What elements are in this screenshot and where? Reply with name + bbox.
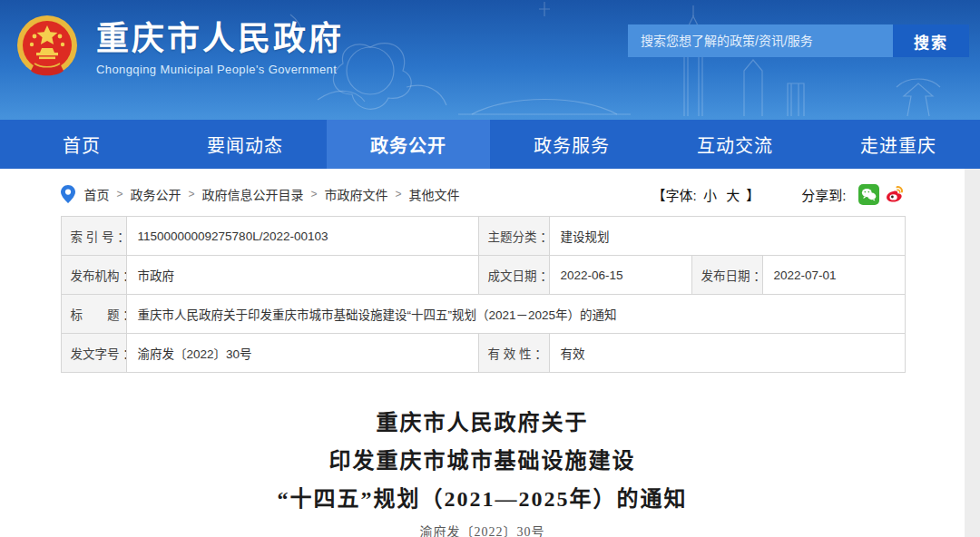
font-size-label-open: 【字体: xyxy=(652,188,697,203)
breadcrumb-separator: > xyxy=(311,188,318,200)
written-date-label: 成文日期 ： xyxy=(478,256,549,295)
written-date-value: 2022-06-15 xyxy=(549,256,691,295)
table-row-title: 标 题 ： 重庆市人民政府关于印发重庆市城市基础设施建设“十四五”规划（2021… xyxy=(61,295,905,334)
site-title: 重庆市人民政府 xyxy=(96,19,344,59)
breadcrumb-separator: > xyxy=(189,188,195,200)
nav-tab-gov-services[interactable]: 政务服务 xyxy=(490,120,653,169)
breadcrumb-separator: > xyxy=(396,188,402,200)
breadcrumb-item-city-gov-docs[interactable]: 市政府文件 xyxy=(325,185,388,203)
doc-number-label: 发文字号 ： xyxy=(61,334,126,373)
breadcrumb: 首页 > 政务公开 > 政府信息公开目录 > 市政府文件 > 其他文件 【字体:… xyxy=(61,180,905,209)
nav-tab-gov-disclosure[interactable]: 政务公开 xyxy=(327,120,490,169)
index-number-value: 11500000009275780L/2022-00103 xyxy=(126,217,478,256)
breadcrumb-item-info-catalog[interactable]: 政府信息公开目录 xyxy=(202,185,304,203)
breadcrumb-item-other-docs[interactable]: 其他文件 xyxy=(409,185,460,203)
main-nav: 首页 要闻动态 政务公开 政务服务 互动交流 走进重庆 xyxy=(0,120,980,169)
nav-tab-news[interactable]: 要闻动态 xyxy=(163,120,327,169)
publish-date-value: 2022-07-01 xyxy=(762,256,905,295)
document-title-line-2: 印发重庆市城市基础设施建设 xyxy=(61,442,905,480)
search-bar: 搜索 xyxy=(628,24,969,57)
publish-date-label: 发布日期 ： xyxy=(691,256,762,295)
document-title-line-3: “十四五”规划（2021—2025年）的通知 xyxy=(61,480,905,518)
document-heading: 重庆市人民政府关于 印发重庆市城市基础设施建设 “十四五”规划（2021—202… xyxy=(61,404,905,537)
font-size-small-button[interactable]: 小 xyxy=(703,188,717,203)
font-size-large-button[interactable]: 大 xyxy=(726,188,740,203)
nav-tab-home[interactable]: 首页 xyxy=(0,120,163,169)
doc-title-value: 重庆市人民政府关于印发重庆市城市基础设施建设“十四五”规划（2021－2025年… xyxy=(126,295,905,334)
doc-title-label: 标 题 ： xyxy=(61,295,126,334)
topic-category-value: 建设规划 xyxy=(549,217,905,256)
document-title-line-1: 重庆市人民政府关于 xyxy=(61,404,905,442)
content-sheet: 首页 > 政务公开 > 政府信息公开目录 > 市政府文件 > 其他文件 【字体:… xyxy=(0,169,965,537)
breadcrumb-separator: > xyxy=(117,188,123,200)
table-row-number-validity: 发文字号 ： 渝府发〔2022〕30号 有 效 性 ： 有效 xyxy=(61,334,905,373)
site-subtitle: Chongqing Municipal People's Government xyxy=(96,63,344,76)
validity-value: 有效 xyxy=(549,334,905,373)
topic-category-label: 主题分类 ： xyxy=(478,217,549,256)
breadcrumb-item-home[interactable]: 首页 xyxy=(84,185,110,203)
search-input[interactable] xyxy=(628,24,893,57)
nav-tab-interaction[interactable]: 互动交流 xyxy=(653,120,817,169)
site-brand[interactable]: 重庆市人民政府 Chongqing Municipal People's Gov… xyxy=(13,13,344,82)
document-number: 渝府发〔2022〕30号 xyxy=(61,522,905,537)
table-row-index-topic: 索 引 号 ： 11500000009275780L/2022-00103 主题… xyxy=(61,217,905,256)
nav-tab-about-chongqing[interactable]: 走进重庆 xyxy=(817,120,980,169)
weibo-icon[interactable] xyxy=(884,184,905,205)
breadcrumb-item-gov-disclosure[interactable]: 政务公开 xyxy=(131,185,181,203)
issuing-agency-label: 发布机构 ： xyxy=(61,256,126,295)
font-size-label-close: 】 xyxy=(746,188,760,203)
site-header: 重庆市人民政府 Chongqing Municipal People's Gov… xyxy=(0,0,980,120)
national-emblem-logo xyxy=(13,13,82,82)
share-label: 分享到: xyxy=(801,185,846,204)
index-number-label: 索 引 号 ： xyxy=(61,217,126,256)
location-pin-icon xyxy=(61,185,75,203)
document-info-table: 索 引 号 ： 11500000009275780L/2022-00103 主题… xyxy=(61,216,906,373)
font-size-control: 【字体: 小 大 】 xyxy=(652,185,760,204)
wechat-icon[interactable] xyxy=(858,184,879,205)
issuing-agency-value: 市政府 xyxy=(126,256,478,295)
validity-label: 有 效 性 ： xyxy=(478,334,549,373)
doc-number-value: 渝府发〔2022〕30号 xyxy=(126,334,478,373)
search-button[interactable]: 搜索 xyxy=(893,24,969,57)
table-row-agency-dates: 发布机构 ： 市政府 成文日期 ： 2022-06-15 发布日期 ： 2022… xyxy=(61,256,905,295)
page-body: 首页 > 政务公开 > 政府信息公开目录 > 市政府文件 > 其他文件 【字体:… xyxy=(0,169,980,537)
